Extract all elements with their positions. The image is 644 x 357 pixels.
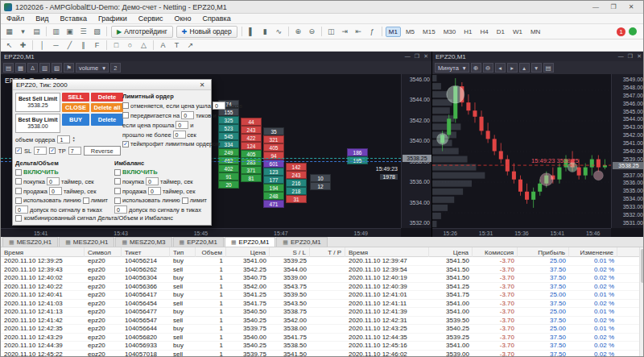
best-sell-limit-button[interactable]: Best Sell Limit 3538.25 bbox=[15, 93, 60, 112]
close-position-button[interactable]: CLOSE bbox=[62, 103, 89, 112]
chart-close-icon[interactable]: ✕ bbox=[637, 53, 642, 60]
table-row[interactable]: 2020.11.10 12:45:22epz20104057018sell135… bbox=[1, 351, 644, 357]
checkbox[interactable] bbox=[182, 197, 188, 204]
levels-icon[interactable]: ▧ bbox=[52, 63, 62, 73]
cluster-source-dropdown[interactable]: volume ▾ bbox=[76, 63, 109, 73]
zoom-in-icon[interactable]: ⊕ bbox=[471, 63, 481, 73]
cluster-spin-value[interactable]: 2 bbox=[110, 63, 121, 73]
column-header[interactable]: Прибыль bbox=[518, 247, 569, 257]
fibonacci-icon[interactable]: F bbox=[91, 39, 103, 51]
close-button[interactable]: ✕ bbox=[622, 3, 640, 10]
table-scrollbar[interactable] bbox=[639, 247, 644, 357]
enable-label[interactable]: ВКЛЮЧИТЬ bbox=[122, 168, 158, 176]
timeframe-h1[interactable]: H1 bbox=[460, 27, 475, 37]
scroll-right-icon[interactable]: ▸ bbox=[507, 63, 518, 73]
zoom-out-icon[interactable]: ⊖ bbox=[306, 26, 318, 37]
cursor-icon[interactable]: ↖ bbox=[3, 39, 15, 51]
timeframe-mn[interactable]: MN bbox=[527, 27, 543, 37]
chart-tab[interactable]: ▦MESZ20,M3 bbox=[115, 237, 171, 247]
table-row[interactable]: 2020.11.10 12:41:03epz20104056454sell135… bbox=[1, 300, 644, 309]
column-header[interactable]: Объем bbox=[196, 247, 226, 257]
delete-all-button[interactable]: Delete all bbox=[91, 103, 123, 112]
checkbox[interactable] bbox=[114, 169, 121, 176]
chart-tab[interactable]: ▦MESZ20,H1 bbox=[59, 237, 114, 247]
left-price-scale[interactable]: 3538.25 3546.003544.003542.003540.003538… bbox=[401, 74, 431, 228]
zoom-out-icon[interactable]: ⊖ bbox=[483, 63, 493, 73]
chart-shift-icon[interactable]: ⇤ bbox=[353, 26, 365, 37]
checkbox[interactable] bbox=[15, 197, 22, 204]
table-row[interactable]: 2020.11.10 12:42:35epz20104056644buy1353… bbox=[1, 325, 644, 334]
scroll-left-icon[interactable]: ◂ bbox=[495, 63, 506, 73]
tp-checkbox[interactable]: ✓ bbox=[49, 147, 56, 154]
column-header[interactable]: Тип bbox=[170, 247, 196, 257]
timeframe-m15[interactable]: M15 bbox=[419, 27, 439, 37]
channel-icon[interactable]: ∥ bbox=[77, 39, 89, 51]
flag-icon[interactable]: ⚑ bbox=[64, 63, 74, 73]
checkbox[interactable] bbox=[114, 197, 121, 204]
table-row[interactable]: 2020.11.10 12:40:41epz20104056417buy1354… bbox=[1, 291, 644, 300]
checkbox[interactable] bbox=[15, 169, 22, 176]
sell-button[interactable]: SELL bbox=[62, 93, 89, 102]
chart-dropdown-icon[interactable]: ▾ bbox=[17, 26, 29, 37]
trendline-icon[interactable]: ╱ bbox=[64, 39, 76, 51]
line-chart-icon[interactable]: ∿ bbox=[273, 26, 285, 37]
minimize-button[interactable]: — bbox=[587, 3, 605, 10]
navigator-icon[interactable]: ☰ bbox=[77, 26, 89, 37]
new-order-button[interactable]: ✚Новый ордер bbox=[176, 26, 237, 38]
column-header[interactable]: T / P bbox=[310, 247, 345, 257]
data-window-icon[interactable]: ▣ bbox=[64, 26, 76, 37]
combined-signal-checkbox[interactable] bbox=[15, 215, 22, 222]
table-row[interactable]: 2020.11.10 12:40:22epz20104056366sell135… bbox=[1, 283, 644, 292]
settings-icon[interactable]: ▤ bbox=[543, 63, 554, 73]
tp-input[interactable]: 7 bbox=[68, 147, 81, 155]
number-input[interactable]: 0 bbox=[173, 131, 186, 139]
number-input[interactable]: 0 bbox=[213, 102, 225, 110]
chart-tab[interactable]: ▦EPZ20,M1 bbox=[173, 237, 224, 247]
menu-help[interactable]: Справка bbox=[196, 15, 236, 23]
scroll-down-icon[interactable]: ▾ bbox=[531, 63, 542, 73]
checkbox[interactable] bbox=[15, 188, 22, 194]
checkbox[interactable] bbox=[114, 188, 121, 194]
checkbox-checked[interactable]: ✓ bbox=[122, 141, 129, 147]
timeframe-m30[interactable]: M30 bbox=[440, 27, 460, 37]
right-chart-canvas[interactable]: 15:49:23 3538.25 15:2615:3115:3615:4115:… bbox=[432, 74, 644, 237]
profiles-icon[interactable]: ▤ bbox=[31, 26, 43, 37]
number-input[interactable]: 0 bbox=[175, 121, 188, 129]
algo-trading-button[interactable]: ▶Алготрейдинг bbox=[111, 26, 173, 38]
number-input[interactable]: 0 bbox=[146, 177, 159, 185]
chart-tab[interactable]: ▦MESZ20,H1 bbox=[2, 237, 58, 247]
dialog-title-bar[interactable]: EPZ20, Тик: 2000 ✕ bbox=[13, 80, 211, 90]
delete-buy-button[interactable]: Delete bbox=[91, 114, 123, 126]
indicators-icon[interactable]: ƒ bbox=[366, 26, 378, 37]
number-input[interactable]: 0 bbox=[148, 187, 161, 195]
order-volume-input[interactable]: 1 bbox=[57, 135, 70, 143]
scrollbar-thumb[interactable] bbox=[641, 249, 644, 283]
crosshair-icon[interactable]: ✚ bbox=[17, 39, 29, 51]
enable-label[interactable]: ВКЛЮЧИТЬ bbox=[23, 168, 59, 176]
column-header[interactable]: S / L bbox=[270, 247, 310, 257]
column-header[interactable]: Время bbox=[345, 247, 429, 257]
timeframe-m5[interactable]: M5 bbox=[402, 27, 418, 37]
zoom-in-icon[interactable]: ⊕ bbox=[292, 26, 304, 37]
label-icon[interactable]: T bbox=[171, 39, 183, 51]
volume-spinner[interactable]: ▴▾ bbox=[72, 136, 74, 143]
triangle-icon[interactable]: △ bbox=[138, 39, 150, 51]
scroll-up-icon[interactable]: ▴ bbox=[519, 63, 530, 73]
horizontal-line-icon[interactable]: ─ bbox=[50, 39, 62, 51]
menu-file[interactable]: Файл bbox=[1, 15, 30, 23]
checkbox[interactable] bbox=[122, 112, 129, 118]
number-input[interactable]: 0 bbox=[114, 205, 127, 214]
table-row[interactable]: 2020.11.10 12:43:29epz20104056820sell135… bbox=[1, 334, 644, 342]
checkbox[interactable] bbox=[114, 178, 121, 185]
chart-close-icon[interactable]: ✕ bbox=[423, 53, 428, 60]
menu-charts[interactable]: Графики bbox=[93, 15, 133, 23]
profile-mode-icon[interactable]: ▥ bbox=[39, 63, 50, 73]
menu-window[interactable]: Окно bbox=[169, 15, 197, 23]
bar-chart-icon[interactable]: ▌ bbox=[246, 26, 258, 37]
timeframe-d1[interactable]: D1 bbox=[493, 27, 508, 37]
best-buy-limit-button[interactable]: Best Buy Limit 3538.00 bbox=[15, 114, 60, 133]
left-chart-canvas[interactable]: EPZ20, Тик 2000 15:49:23 1978 7415532552… bbox=[1, 74, 431, 237]
table-row[interactable]: 2020.11.10 12:41:13epz20104056477buy1354… bbox=[1, 308, 644, 317]
right-price-scale[interactable]: 3538.25 3549.003548.003547.003546.003545… bbox=[611, 74, 644, 228]
number-input[interactable]: 0 bbox=[181, 111, 194, 119]
